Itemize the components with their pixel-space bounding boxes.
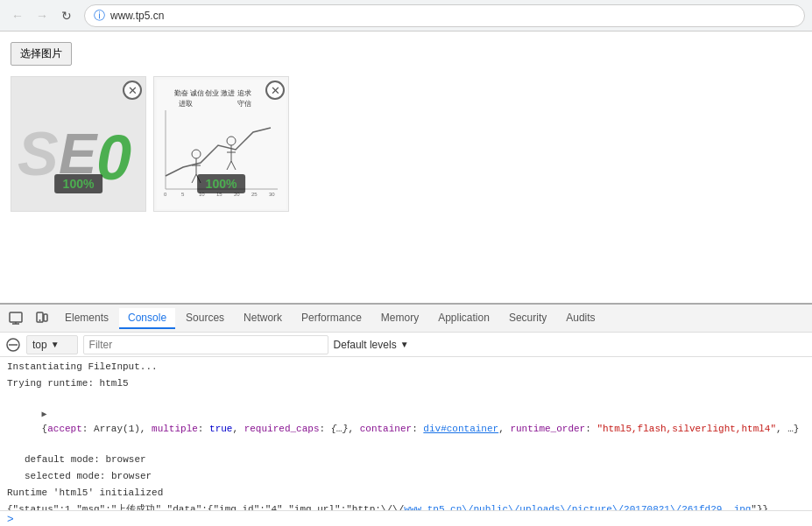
devtools-toolbar: top ▼ Default levels ▼	[0, 333, 812, 357]
nav-buttons: ← → ↻	[7, 5, 77, 26]
svg-text:守信: 守信	[237, 100, 251, 108]
context-select[interactable]: top ▼	[26, 335, 78, 354]
svg-text:创业 激进: 创业 激进	[205, 89, 235, 97]
forward-button[interactable]: →	[32, 5, 53, 26]
expand-arrow: ▶	[42, 408, 51, 422]
tab-application[interactable]: Application	[429, 308, 498, 329]
console-line-5: selected mode: browser	[0, 468, 812, 485]
inspect-element-button[interactable]	[4, 306, 28, 331]
tab-security[interactable]: Security	[500, 308, 555, 329]
svg-rect-32	[44, 314, 47, 321]
progress-text-1: 100%	[63, 177, 95, 191]
console-prompt-icon: >	[7, 512, 14, 525]
clear-console-button[interactable]	[5, 337, 21, 353]
svg-rect-28	[10, 312, 22, 322]
levels-dropdown-arrow: ▼	[400, 340, 409, 349]
url-text: www.tp5.cn	[110, 10, 164, 22]
page-content: 选择图片 ✕ S E 0 100% ✕	[0, 32, 812, 303]
close-image-1-button[interactable]: ✕	[123, 81, 142, 100]
default-levels-dropdown[interactable]: Default levels ▼	[334, 339, 409, 351]
choose-image-button[interactable]: 选择图片	[11, 42, 72, 66]
refresh-button[interactable]: ↻	[56, 5, 77, 26]
console-line-6: Runtime 'html5' initialized	[0, 485, 812, 501]
svg-text:25: 25	[251, 192, 258, 197]
close-image-2-button[interactable]: ✕	[265, 81, 285, 100]
tab-network[interactable]: Network	[235, 308, 291, 329]
console-line-4: default mode: browser	[0, 452, 812, 468]
svg-text:追求: 追求	[237, 89, 251, 97]
image-preview-2: ✕ 勤奋 诚信 创业 激进 追求 进取 守信	[153, 76, 289, 212]
tab-audits[interactable]: Audits	[557, 308, 604, 329]
tab-console[interactable]: Console	[119, 308, 175, 329]
mobile-toggle-button[interactable]	[30, 306, 54, 331]
object-text: {accept: Array(1), multiple: true, requi…	[42, 424, 800, 434]
console-output: Instantiating FileInput... Trying runtim…	[0, 357, 812, 510]
svg-text:勤奋 诚信: 勤奋 诚信	[174, 89, 204, 97]
console-line-1: Instantiating FileInput...	[0, 359, 812, 375]
context-value: top	[32, 339, 47, 351]
progress-1: 100%	[54, 174, 103, 193]
console-line-3[interactable]: ▶ {accept: Array(1), multiple: true, req…	[0, 392, 812, 452]
levels-label: Default levels	[334, 339, 397, 351]
devtools-tabs: Elements Console Sources Network Perform…	[0, 305, 812, 333]
tab-elements[interactable]: Elements	[56, 308, 117, 329]
console-bottom: >	[0, 510, 812, 526]
progress-text-2: 100%	[206, 177, 237, 191]
tab-memory[interactable]: Memory	[372, 308, 427, 329]
info-icon: ⓘ	[94, 8, 105, 24]
filter-input[interactable]	[83, 335, 328, 354]
tab-sources[interactable]: Sources	[177, 308, 233, 329]
devtools-panel: Elements Console Sources Network Perform…	[0, 303, 812, 526]
svg-text:S: S	[18, 120, 59, 188]
console-line-7: {"status":1,"msg":"上传成功","data":{"img_id…	[0, 501, 812, 510]
image-preview-1: ✕ S E 0 100%	[11, 76, 146, 212]
address-bar[interactable]: ⓘ www.tp5.cn	[84, 4, 805, 27]
console-line-2: Trying runtime: html5	[0, 375, 812, 392]
tab-performance[interactable]: Performance	[293, 308, 371, 329]
svg-text:进取: 进取	[179, 100, 193, 108]
back-button[interactable]: ←	[7, 5, 28, 26]
image-previews: ✕ S E 0 100% ✕	[11, 76, 801, 212]
context-dropdown-arrow: ▼	[51, 340, 60, 349]
browser-chrome: ← → ↻ ⓘ www.tp5.cn	[0, 0, 812, 32]
svg-text:30: 30	[269, 192, 275, 197]
progress-2: 100%	[197, 174, 246, 193]
